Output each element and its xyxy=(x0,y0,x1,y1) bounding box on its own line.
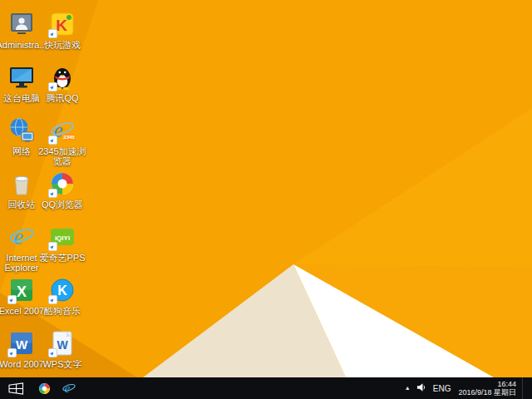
svg-text:K: K xyxy=(57,283,67,298)
qq-penguin-icon xyxy=(48,63,76,91)
recycle-bin-icon xyxy=(7,170,36,198)
icon-label: 爱奇艺PPS xyxy=(35,253,90,263)
icon-label: QQ浏览器 xyxy=(35,200,90,209)
wps-writer-icon: W xyxy=(48,329,76,357)
svg-text:X: X xyxy=(17,283,27,300)
start-button[interactable] xyxy=(0,377,32,399)
language-indicator[interactable]: ENG xyxy=(433,384,451,393)
svg-text:e: e xyxy=(13,224,23,249)
desktop-icon-2345-browser[interactable]: e 2345 2345加速浏览器 xyxy=(35,116,90,166)
show-hidden-icons-button[interactable]: ▲ xyxy=(405,377,411,399)
desktop-icon-qq-browser[interactable]: QQ浏览器 xyxy=(35,170,90,209)
icon-label: 腾讯QQ xyxy=(35,93,90,103)
svg-text:e: e xyxy=(65,382,71,395)
desktop-icon-tencent-qq[interactable]: 腾讯QQ xyxy=(35,63,90,103)
2345-browser-icon: e 2345 xyxy=(48,116,76,145)
administrator-icon xyxy=(7,10,36,38)
icon-label: 2345加速浏览器 xyxy=(35,146,90,166)
shortcut-arrow-icon xyxy=(48,29,57,38)
taskbar-internet-explorer-button[interactable]: e xyxy=(57,377,81,399)
volume-button[interactable] xyxy=(416,381,427,396)
qq-browser-icon xyxy=(48,170,76,198)
excel-icon: X xyxy=(7,276,36,304)
desktop-icon-kuaiwan-games[interactable]: K 快玩游戏 xyxy=(35,10,90,50)
network-icon xyxy=(7,116,36,145)
shortcut-arrow-icon xyxy=(7,348,17,357)
internet-explorer-icon: e xyxy=(7,223,36,251)
show-desktop-button[interactable] xyxy=(522,377,527,399)
shortcut-arrow-icon xyxy=(48,242,57,251)
taskbar-qq-browser-button[interactable] xyxy=(32,377,57,399)
shortcut-arrow-icon xyxy=(48,189,57,198)
desktop: Administra... 这台电脑 网络 xyxy=(0,0,532,399)
clock-time: 16:44 xyxy=(458,380,516,388)
clock-date: 2016/9/18 星期日 xyxy=(458,388,516,397)
this-pc-icon xyxy=(7,63,36,91)
svg-text:2345: 2345 xyxy=(63,135,75,140)
shortcut-arrow-icon xyxy=(48,295,57,304)
iqiyi-icon: iQIYI xyxy=(48,223,76,251)
shortcut-arrow-icon xyxy=(48,135,57,145)
windows-logo-icon xyxy=(7,382,24,395)
taskbar: e ▲ ENG 16:44 2016/9/18 星期日 xyxy=(0,377,532,399)
kuaiwan-games-icon: K xyxy=(48,10,76,38)
kugou-icon: K xyxy=(48,276,76,304)
word-icon: W xyxy=(7,329,36,357)
svg-text:W: W xyxy=(16,337,28,352)
svg-text:iQIYI: iQIYI xyxy=(55,234,70,242)
system-tray: ▲ ENG 16:44 2016/9/18 星期日 xyxy=(405,377,532,399)
desktop-icon-iqiyi-pps[interactable]: iQIYI 爱奇艺PPS xyxy=(35,223,90,263)
speaker-icon xyxy=(416,382,427,392)
shortcut-arrow-icon xyxy=(48,348,57,357)
icon-label: WPS文字 xyxy=(35,359,90,369)
shortcut-arrow-icon xyxy=(48,82,57,91)
icon-label: 快玩游戏 xyxy=(35,40,90,50)
svg-text:K: K xyxy=(56,17,67,34)
taskbar-clock[interactable]: 16:44 2016/9/18 星期日 xyxy=(456,380,516,397)
svg-text:W: W xyxy=(57,338,68,352)
shortcut-arrow-icon xyxy=(7,295,17,304)
icon-label: 酷狗音乐 xyxy=(35,306,90,316)
desktop-icon-wps-writer[interactable]: W WPS文字 xyxy=(35,329,90,369)
internet-explorer-icon: e xyxy=(62,381,76,396)
desktop-icon-kugou-music[interactable]: K 酷狗音乐 xyxy=(35,276,90,316)
qq-browser-icon xyxy=(37,382,52,396)
